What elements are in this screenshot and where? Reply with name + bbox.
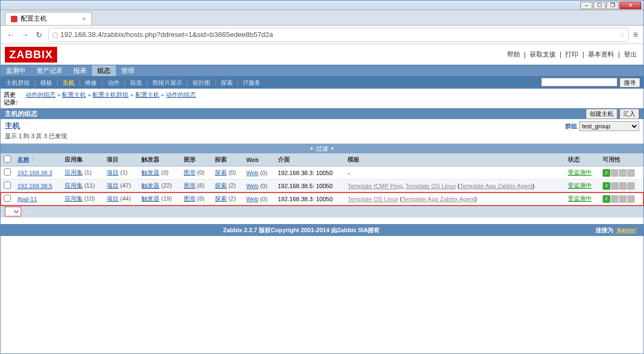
template-link[interactable]: Template OS Linux: [405, 183, 456, 189]
page-icon: ▢: [52, 31, 58, 39]
availability-indicator: [619, 182, 627, 190]
crumb-4[interactable]: 动作的组态: [166, 91, 196, 98]
nav-reports[interactable]: 报表: [68, 65, 92, 76]
apps-link[interactable]: 应用集: [65, 169, 83, 176]
search-button[interactable]: 搜寻: [620, 78, 640, 88]
interface-text: 192.168.38.5: 10050: [278, 183, 333, 189]
subnav-slideshow[interactable]: 简报片展示: [150, 79, 184, 87]
status-link[interactable]: 受监测中: [568, 182, 592, 189]
reload-icon[interactable]: ↻: [34, 30, 44, 40]
subnav-maps[interactable]: 拓扑图: [190, 79, 213, 87]
template-link[interactable]: Template OS Linux: [348, 196, 398, 202]
app-header: ZABBIX 帮助 | 获取支援 | 打印 | 基本资料 | 登出: [1, 44, 643, 65]
row-checkbox[interactable]: [4, 169, 11, 176]
bookmark-icon[interactable]: ☆: [619, 31, 625, 39]
subnav-hosts[interactable]: 主机: [60, 79, 77, 87]
triggers-link[interactable]: 触发器: [141, 195, 159, 202]
address-bar[interactable]: ▢ ☆: [48, 28, 629, 42]
col-name[interactable]: 名称: [17, 156, 29, 163]
subnav-templates[interactable]: 模板: [38, 79, 54, 87]
status-link[interactable]: 受监测中: [568, 195, 592, 202]
availability-group: Z: [603, 169, 640, 177]
restore-button[interactable]: ❐: [606, 2, 618, 9]
top-link-logout[interactable]: 登出: [624, 51, 637, 58]
hosts-table: 名称 ↑ 应用集 项目 触发器 图形 探索 Web 介面 模板 状态 可用性 1…: [1, 153, 643, 206]
availability-indicator: Z: [603, 169, 610, 177]
template-sublink[interactable]: Template App Zabbix Agent: [402, 196, 475, 202]
availability-group: Z: [603, 182, 640, 190]
col-graphs: 图形: [181, 153, 212, 166]
web-link[interactable]: Web: [246, 170, 258, 176]
bulk-go-button[interactable]: [26, 210, 33, 213]
triggers-link[interactable]: 触发器: [141, 169, 159, 176]
menu-icon[interactable]: ≡: [633, 30, 638, 40]
template-sublink[interactable]: Template App Zabbix Agent: [460, 183, 532, 189]
discovery-link[interactable]: 探索: [215, 182, 227, 189]
discovery-link[interactable]: 探索: [215, 169, 227, 176]
subnav-maintenance[interactable]: 维修: [83, 79, 99, 87]
back-icon[interactable]: ←: [6, 30, 16, 40]
template-link[interactable]: Template ICMP Ping: [348, 183, 402, 189]
web-link[interactable]: Web: [246, 183, 258, 189]
crumb-1[interactable]: 配置主机: [62, 91, 86, 98]
web-link[interactable]: Web: [246, 196, 258, 202]
browser-tab[interactable]: 配置主机 ×: [5, 12, 92, 25]
items-link[interactable]: 项目: [107, 169, 119, 176]
triggers-link[interactable]: 触发器: [141, 182, 159, 189]
favicon-icon: [11, 16, 17, 22]
url-input[interactable]: [60, 30, 617, 39]
crumb-2[interactable]: 配置主机群组: [92, 91, 128, 98]
graphs-link[interactable]: 图形: [184, 195, 196, 202]
top-link-print[interactable]: 打印: [565, 51, 578, 58]
nav-inventory[interactable]: 资产记录: [31, 65, 68, 76]
sub-nav: 主机群组| 模板| 主机| 维修| 动作| 筛选| 简报片展示| 拓扑图| 探索…: [1, 77, 643, 89]
subnav-actions[interactable]: 动作: [106, 79, 122, 87]
search-input[interactable]: [541, 78, 617, 86]
minimize-button[interactable]: –: [580, 2, 592, 9]
col-web: Web: [243, 153, 275, 166]
window-titlebar: – ☐ ❐ ✕: [1, 1, 643, 10]
col-status: 状态: [565, 153, 599, 166]
row-checkbox[interactable]: [4, 182, 11, 189]
create-host-button[interactable]: 创建主机: [586, 109, 617, 119]
top-link-support[interactable]: 获取支援: [530, 51, 556, 58]
subnav-screens-filter[interactable]: 筛选: [128, 79, 144, 87]
host-name-link[interactable]: jfpal-11: [17, 196, 37, 202]
graphs-link[interactable]: 图形: [184, 169, 196, 176]
col-triggers: 触发器: [138, 153, 180, 166]
group-select[interactable]: test_group: [579, 121, 639, 131]
history-label: 历史记录:: [4, 91, 21, 106]
group-label: 群组: [565, 122, 577, 131]
crumb-0[interactable]: 动作的组态: [26, 91, 55, 98]
crumb-3[interactable]: 配置主机: [135, 91, 159, 98]
graphs-link[interactable]: 图形: [184, 182, 196, 189]
footer: Zabbix 2.2.7 版权Copyright 2001-2014 由Zabb…: [1, 224, 643, 236]
subnav-itservices[interactable]: IT服务: [241, 79, 263, 87]
apps-link[interactable]: 应用集: [65, 182, 83, 189]
host-name-link[interactable]: 192.168.38.5: [17, 183, 52, 189]
footer-user-link[interactable]: 'Admin': [616, 227, 637, 233]
nav-monitoring[interactable]: 监测中: [1, 65, 31, 76]
select-all-checkbox[interactable]: [4, 156, 11, 163]
top-link-help[interactable]: 帮助: [507, 51, 520, 58]
filter-toggle[interactable]: ▼ 过滤 ▼: [1, 144, 643, 153]
subnav-hostgroups[interactable]: 主机群组: [4, 79, 32, 87]
bulk-action-select[interactable]: [5, 207, 21, 216]
nav-configuration[interactable]: 组态: [92, 65, 116, 76]
apps-link[interactable]: 应用集: [65, 195, 83, 202]
tab-close-icon[interactable]: ×: [82, 15, 86, 23]
import-button[interactable]: 汇入: [620, 109, 639, 119]
status-link[interactable]: 受监测中: [568, 169, 592, 176]
maximize-button[interactable]: ☐: [593, 2, 605, 9]
close-window-button[interactable]: ✕: [620, 2, 641, 9]
top-link-profile[interactable]: 基本资料: [588, 51, 614, 58]
row-checkbox[interactable]: [4, 195, 11, 202]
subnav-discovery[interactable]: 探索: [219, 79, 235, 87]
host-name-link[interactable]: 192.168.38.3: [17, 170, 52, 176]
discovery-link[interactable]: 探索: [215, 195, 227, 202]
col-templates: 模板: [344, 153, 565, 166]
nav-admin[interactable]: 管理: [116, 65, 140, 76]
items-link[interactable]: 项目: [107, 195, 119, 202]
forward-icon[interactable]: →: [20, 30, 30, 40]
items-link[interactable]: 项目: [107, 182, 119, 189]
